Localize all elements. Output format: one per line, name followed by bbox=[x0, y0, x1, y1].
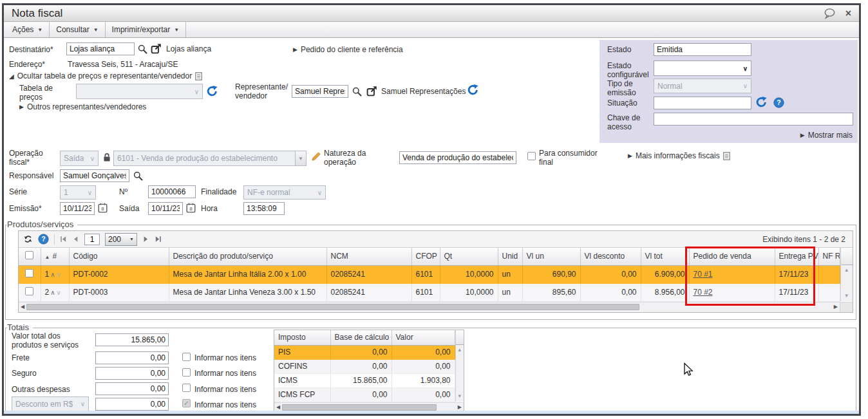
calendar-icon[interactable]: 8 bbox=[186, 203, 196, 213]
vertical-scrollbar[interactable]: ▲ ▼ bbox=[840, 248, 853, 301]
refresh-grid-icon[interactable] bbox=[23, 234, 33, 244]
menu-imprimir-exportar[interactable]: Imprimir/exportar ▼ bbox=[106, 22, 187, 37]
document-icon[interactable] bbox=[723, 152, 730, 160]
search-icon[interactable] bbox=[352, 87, 362, 97]
scroll-right-icon[interactable]: ▶ bbox=[458, 405, 462, 410]
chave-acesso-input[interactable] bbox=[654, 113, 853, 126]
menu-acoes[interactable]: Ações ▼ bbox=[6, 22, 50, 37]
emissao-input[interactable] bbox=[60, 202, 95, 215]
help-icon[interactable]: ? bbox=[773, 97, 784, 108]
scrollbar-thumb[interactable] bbox=[26, 304, 639, 310]
row-checkbox[interactable] bbox=[25, 287, 33, 295]
col-header-descricao[interactable]: Descrição do produto/serviço bbox=[169, 248, 326, 265]
scroll-up-icon[interactable]: ▲ bbox=[844, 268, 849, 273]
prev-page-icon[interactable] bbox=[72, 236, 79, 243]
col-header-unid[interactable]: Unid bbox=[498, 248, 522, 265]
comment-icon[interactable] bbox=[823, 8, 836, 19]
search-icon[interactable] bbox=[138, 44, 147, 54]
refresh-icon[interactable] bbox=[207, 86, 218, 97]
move-up-icon[interactable]: ∧ bbox=[50, 289, 55, 296]
frete-input[interactable] bbox=[95, 351, 169, 364]
serie-select[interactable]: 1 ∨ bbox=[60, 185, 96, 200]
representative-input[interactable] bbox=[292, 85, 348, 98]
scroll-left-icon[interactable]: ◀ bbox=[276, 405, 280, 410]
more-fiscal-info-toggle[interactable]: ▶ Mais informações fiscais bbox=[628, 151, 730, 160]
frete-informar-checkbox[interactable] bbox=[182, 353, 191, 361]
table-row[interactable]: 1∧∨ PDT-0002 Mesa de Jantar Linha Itália… bbox=[19, 265, 840, 283]
sales-order-link[interactable]: 70 #2 bbox=[693, 288, 713, 297]
select-all-checkbox[interactable] bbox=[25, 251, 33, 259]
move-down-icon[interactable]: ∨ bbox=[57, 289, 61, 296]
document-icon[interactable] bbox=[195, 72, 202, 80]
tax-row[interactable]: ICMS 15.865,00 1.903,80 bbox=[274, 373, 455, 387]
col-header-ncm[interactable]: NCM bbox=[326, 248, 411, 265]
col-header-vldesconto[interactable]: Vl desconto bbox=[580, 248, 641, 265]
finalidade-select[interactable]: NF-e normal ∨ bbox=[243, 185, 326, 200]
col-header-imposto[interactable]: Imposto bbox=[274, 330, 330, 345]
refresh-icon[interactable] bbox=[467, 84, 478, 95]
desconto-select[interactable]: Desconto em R$ ∨ bbox=[12, 396, 89, 411]
calendar-icon[interactable]: 8 bbox=[98, 203, 108, 213]
search-icon[interactable] bbox=[133, 171, 143, 181]
col-header-pedido-venda[interactable]: Pedido de venda bbox=[689, 248, 775, 265]
seguro-informar-checkbox[interactable] bbox=[182, 368, 191, 377]
hide-price-table-toggle[interactable]: ◢ Ocultar tabela de preços e representan… bbox=[9, 71, 202, 80]
other-representatives-toggle[interactable]: ▶ Outros representantes/vendedores bbox=[19, 102, 146, 111]
next-page-icon[interactable] bbox=[142, 236, 149, 243]
col-header-qt[interactable]: Qt bbox=[440, 248, 498, 265]
help-icon[interactable]: ? bbox=[38, 234, 49, 245]
col-header-vltot[interactable]: Vl tot bbox=[641, 248, 689, 265]
scrollbar-thumb[interactable] bbox=[282, 404, 437, 411]
first-page-icon[interactable] bbox=[60, 236, 67, 243]
menu-consultar[interactable]: Consultar ▼ bbox=[50, 22, 105, 37]
col-header-nf-refer[interactable]: NF Refer bbox=[818, 248, 840, 265]
scroll-right-icon[interactable]: ▶ bbox=[834, 304, 838, 310]
col-header-vlun[interactable]: Vl un bbox=[522, 248, 580, 265]
chevron-button[interactable]: ▼ bbox=[295, 151, 306, 165]
customer-order-toggle[interactable]: ▶ Pedido do cliente e referência bbox=[293, 45, 403, 54]
consumidor-final-checkbox[interactable] bbox=[527, 152, 536, 160]
estado-configuravel-select[interactable]: ∨ bbox=[654, 61, 751, 76]
refresh-icon[interactable] bbox=[756, 97, 767, 107]
saida-input[interactable] bbox=[148, 202, 183, 215]
tax-row[interactable]: PIS 0,00 0,00 bbox=[274, 345, 455, 359]
col-header-cfop[interactable]: CFOP bbox=[411, 248, 440, 265]
show-more-toggle[interactable]: ▶ Mostrar mais bbox=[800, 131, 853, 140]
last-page-icon[interactable] bbox=[155, 236, 162, 243]
page-size-select[interactable]: 200 ▼ bbox=[105, 233, 137, 246]
tipo-emissao-select[interactable]: Normal ∨ bbox=[654, 79, 751, 93]
external-link-icon[interactable] bbox=[366, 86, 377, 97]
scroll-left-icon[interactable]: ◀ bbox=[21, 304, 24, 310]
seguro-input[interactable] bbox=[95, 367, 169, 380]
scroll-down-icon[interactable]: ▼ bbox=[457, 394, 462, 399]
tax-row[interactable]: COFINS 0,00 0,00 bbox=[274, 359, 455, 373]
sales-order-link[interactable]: 70 #1 bbox=[693, 270, 713, 279]
situacao-input[interactable] bbox=[654, 97, 751, 109]
table-row[interactable]: 2∧∨ PDT-0003 Mesa de Jantar Linha Veneza… bbox=[19, 283, 840, 301]
col-header-entrega-pv[interactable]: Entrega PV bbox=[775, 248, 818, 265]
outras-despesas-input[interactable] bbox=[95, 382, 169, 395]
external-link-icon[interactable] bbox=[151, 43, 162, 54]
move-down-icon[interactable]: ∨ bbox=[57, 271, 61, 278]
row-checkbox[interactable] bbox=[25, 269, 33, 277]
outras-informar-checkbox[interactable] bbox=[182, 384, 191, 392]
operation-type-select[interactable]: Saída ∨ bbox=[60, 151, 99, 166]
col-header-base-calculo[interactable]: Base de cálculo bbox=[330, 330, 392, 345]
scroll-down-icon[interactable]: ▼ bbox=[844, 293, 849, 299]
recipient-input[interactable] bbox=[66, 42, 135, 55]
tax-vertical-scrollbar[interactable]: ▲ ▼ bbox=[455, 330, 464, 402]
price-table-select[interactable]: ∨ bbox=[76, 84, 203, 99]
col-header-codigo[interactable]: Código bbox=[69, 248, 169, 265]
col-header-valor[interactable]: Valor bbox=[392, 330, 455, 345]
move-up-icon[interactable]: ∧ bbox=[50, 271, 55, 278]
pencil-icon[interactable] bbox=[311, 152, 321, 162]
natureza-input[interactable] bbox=[399, 151, 516, 164]
responsavel-input[interactable] bbox=[60, 169, 129, 182]
col-header-num[interactable]: ▲# bbox=[41, 248, 69, 265]
tax-row[interactable]: ICMS FCP 0,00 0,00 bbox=[274, 387, 455, 402]
scroll-up-icon[interactable]: ▲ bbox=[457, 348, 462, 353]
page-number-input[interactable] bbox=[84, 234, 100, 245]
estado-input[interactable] bbox=[654, 43, 751, 56]
hora-input[interactable] bbox=[243, 202, 285, 215]
close-icon[interactable]: × bbox=[845, 8, 851, 19]
